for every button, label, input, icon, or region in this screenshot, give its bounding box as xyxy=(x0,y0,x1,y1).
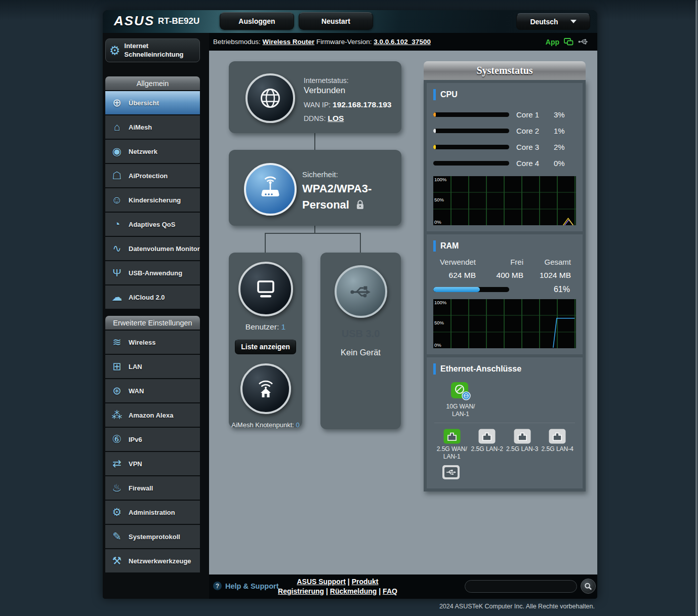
internet-status-card[interactable]: Internetstatus: Verbunden WAN IP: 192.16… xyxy=(229,61,401,133)
ethernet-port-10g-wan: 10G WAN/LAN-1 xyxy=(436,381,485,418)
sidebar-item-netzwerk[interactable]: ◉Netzwerk xyxy=(105,140,200,163)
sidebar-item-wan[interactable]: ⊛WAN xyxy=(105,379,200,402)
sidebar-item-datenvolumen-monitor[interactable]: ∿Datenvolumen Monitor xyxy=(105,237,200,260)
sidebar-item-adaptives-qos[interactable]: ◔Adaptives QoS xyxy=(105,213,200,236)
usb-port-box xyxy=(441,464,576,482)
globe-clients-icon: ◉ xyxy=(105,145,129,157)
app-link[interactable]: App xyxy=(546,38,559,46)
family-lock-icon: ☺ xyxy=(105,194,129,206)
sidebar-item-lan[interactable]: ⊞LAN xyxy=(105,355,200,378)
cpu-core-bar xyxy=(433,112,509,117)
speedometer-icon: ◔ xyxy=(105,218,129,230)
connector-line xyxy=(265,233,266,253)
shield-lock-icon: ☖ xyxy=(105,170,129,182)
usb-card[interactable]: USB 3.0 Kein Gerät xyxy=(320,253,401,429)
ethernet-port-icon xyxy=(478,428,496,444)
globe-icon xyxy=(245,73,295,123)
sidebar-item-wireless[interactable]: ≋Wireless xyxy=(105,331,200,354)
cpu-core-bar xyxy=(433,129,509,133)
clients-count-line: Benutzer: 1 xyxy=(229,322,302,332)
ddns-link[interactable]: LOS xyxy=(327,114,344,122)
sidebar-item-systemprotokoll[interactable]: ✎Systemprotokoll xyxy=(105,525,200,548)
cpu-core-row-core-1: Core 13% xyxy=(433,106,576,122)
quick-setup-button[interactable]: ⚙ InternetSchnelleinrichtung xyxy=(105,38,200,62)
ram-col-frei: Frei400 MB xyxy=(481,258,528,280)
sidebar-sections: Allgemein⊕Übersicht⌂AiMesh◉Netzwerk☖AiPr… xyxy=(105,69,200,572)
footer-bar: ? Help & Support ASUS Support | Produkt … xyxy=(209,574,597,599)
system-status-title[interactable]: Systemstatus xyxy=(424,61,586,80)
cpu-core-bar xyxy=(433,161,509,166)
footer-link-r-ckmeldung[interactable]: Rückmeldung xyxy=(330,587,377,595)
ram-section: RAM Verwendet624 MBFrei400 MBGesamt1024 … xyxy=(427,234,583,354)
ram-title: RAM xyxy=(440,241,459,251)
sidebar-item-vpn[interactable]: ⇄VPN xyxy=(105,452,200,475)
sidebar-item-aimesh[interactable]: ⌂AiMesh xyxy=(105,115,200,139)
ram-percent: 61% xyxy=(554,285,570,294)
footer-link-faq[interactable]: FAQ xyxy=(383,587,397,595)
sidebar-item-ipv6[interactable]: ⑥IPv6 xyxy=(105,428,200,451)
connector-line xyxy=(314,133,315,150)
vpn-tunnel-icon: ⇄ xyxy=(105,458,129,470)
security-text: Sicherheit: WPA2/WPA3- Personal xyxy=(302,170,372,213)
help-support-link[interactable]: ? Help & Support xyxy=(213,582,279,590)
internet-status-text: Internetstatus: Verbunden WAN IP: 192.16… xyxy=(304,76,391,123)
connector-line xyxy=(314,226,315,233)
usb-port-icon xyxy=(441,464,461,480)
globe-wan-icon: ⊛ xyxy=(105,385,129,397)
ethernet-port-2-5g-lan-2: 2.5G LAN-2 xyxy=(470,428,505,461)
sidebar-item-aicloud-2-0[interactable]: ☁AiCloud 2.0 xyxy=(105,285,200,309)
screen-cast-icon[interactable] xyxy=(564,38,573,46)
clients-card[interactable]: Benutzer: 1 Liste anzeigen AiMesh Knoten… xyxy=(229,253,302,428)
sidebar-item-netzwerkwerkzeuge[interactable]: ⚒Netzwerkwerkzeuge xyxy=(105,549,200,572)
content-column: Betriebsmodus: Wireless Router Firmware-… xyxy=(209,33,597,599)
sidebar-item-amazon-alexa[interactable]: ⁂Amazon Alexa xyxy=(105,403,200,427)
cpu-core-row-core-4: Core 40% xyxy=(433,155,576,171)
gear-wrench-icon: ⚙ xyxy=(105,506,129,518)
show-client-list-button[interactable]: Liste anzeigen xyxy=(235,339,296,354)
language-dropdown[interactable]: Deutsch xyxy=(516,13,590,30)
ram-col-gesamt: Gesamt1024 MB xyxy=(528,258,576,280)
router-icon xyxy=(244,163,297,216)
usb-icon[interactable] xyxy=(578,38,589,45)
search-input[interactable] xyxy=(465,580,577,593)
sidebar: ⚙ InternetSchnelleinrichtung Allgemein⊕Ü… xyxy=(103,33,209,599)
clients-count: 1 xyxy=(281,322,286,331)
reboot-button[interactable]: Neustart xyxy=(299,12,373,30)
sidebar-item-aiprotection[interactable]: ☖AiProtection xyxy=(105,164,200,187)
top-bar: ASUS RT-BE92U Ausloggen Neustart Deutsch xyxy=(103,10,597,33)
sidebar-item-firewall[interactable]: ♨Firewall xyxy=(105,476,200,500)
ethernet-title: Ethernet-Anschlüsse xyxy=(440,364,521,374)
magnifier-icon xyxy=(584,582,592,591)
sidebar-item-kindersicherung[interactable]: ☺Kindersicherung xyxy=(105,188,200,212)
footer-link-asus-support[interactable]: ASUS Support xyxy=(297,578,345,586)
footer-links: ASUS Support | Produkt Registrierung | R… xyxy=(274,577,401,596)
quick-setup-label: InternetSchnelleinrichtung xyxy=(125,42,184,59)
router-admin-window: ASUS RT-BE92U Ausloggen Neustart Deutsch… xyxy=(103,10,597,599)
accent-bar xyxy=(433,363,436,375)
ethernet-ports: 2.5G WAN/LAN-12.5G LAN-22.5G LAN-32.5G L… xyxy=(433,428,576,461)
sub-header: Betriebsmodus: Wireless Router Firmware-… xyxy=(209,33,597,51)
scrollbar[interactable] xyxy=(695,0,697,616)
copyright-text: 2024 ASUSTeK Computer Inc. Alle Rechte v… xyxy=(439,603,595,610)
sidebar-item-bersicht[interactable]: ⊕Übersicht xyxy=(105,91,200,114)
connector-line xyxy=(360,233,361,253)
network-tools-icon: ⚒ xyxy=(105,555,129,567)
usb-trident-icon xyxy=(335,265,387,318)
usb-stick-icon: Ψ xyxy=(105,267,129,279)
ipv6-badge-icon: ⑥ xyxy=(105,433,129,445)
operation-mode-link[interactable]: Wireless Router xyxy=(263,38,315,46)
wan-ip-value: 192.168.178.193 xyxy=(333,100,391,109)
security-card[interactable]: Sicherheit: WPA2/WPA3- Personal xyxy=(229,150,401,226)
search-button[interactable] xyxy=(581,579,596,594)
firmware-version-link[interactable]: 3.0.0.6.102_37500 xyxy=(374,38,431,46)
flame-wall-icon: ♨ xyxy=(105,482,129,494)
ram-usage-bar xyxy=(433,287,509,292)
language-selected: Deutsch xyxy=(530,18,558,26)
network-map: Internetstatus: Verbunden WAN IP: 192.16… xyxy=(209,51,597,574)
logout-button[interactable]: Ausloggen xyxy=(220,12,294,30)
sidebar-item-usb-anwendung[interactable]: ΨUSB-Anwendung xyxy=(105,261,200,284)
aimesh-count: 0 xyxy=(296,421,299,429)
ram-col-verwendet: Verwendet624 MB xyxy=(433,258,481,280)
sidebar-item-administration[interactable]: ⚙Administration xyxy=(105,501,200,524)
sidebar-section-allgemein: Allgemein xyxy=(105,76,200,90)
